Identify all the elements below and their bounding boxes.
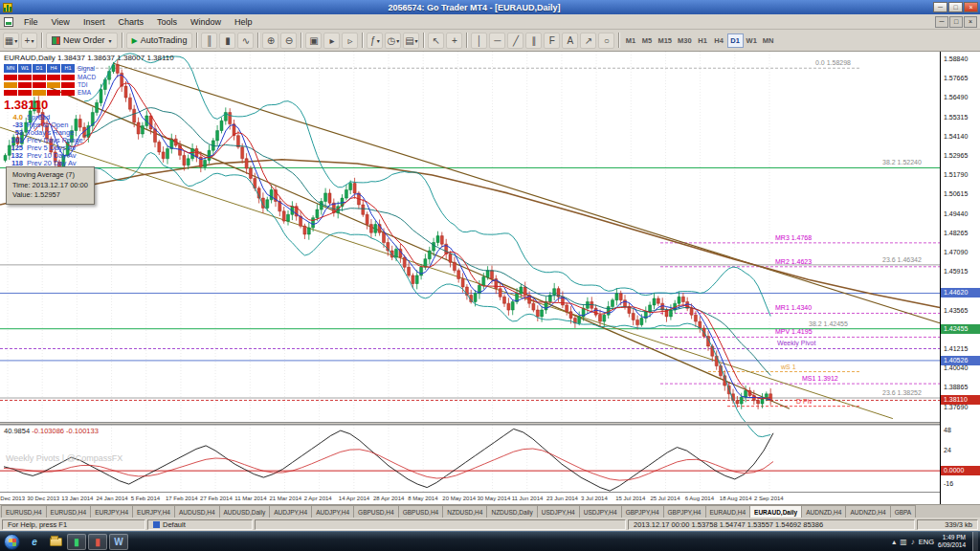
arrow-tool-button[interactable]: ↗ xyxy=(580,33,596,49)
fibonacci-button[interactable]: F xyxy=(544,33,560,49)
maximize-button[interactable]: □ xyxy=(948,2,963,12)
chart-tab-gbpusdh4[interactable]: GBPUSD,H4 xyxy=(353,505,399,518)
timeframe-d1-button[interactable]: D1 xyxy=(727,33,744,48)
dashboard-signal-label: Signal xyxy=(78,65,95,72)
price-axis-label: 1.48265 xyxy=(944,230,968,236)
auto-scroll-button[interactable]: ▸ xyxy=(323,33,340,49)
trendline-button[interactable]: ╱ xyxy=(507,33,523,49)
network-icon[interactable]: ▥ xyxy=(900,538,907,546)
mt4-red-icon[interactable]: ▮ xyxy=(88,534,107,550)
pane-splitter[interactable] xyxy=(0,422,940,425)
date-axis[interactable]: 16 Dec 201330 Dec 201313 Jan 201424 Jan … xyxy=(0,492,940,504)
timeframe-m30-button[interactable]: M30 xyxy=(675,33,695,48)
candle-chart-button[interactable]: ▮ xyxy=(219,33,235,49)
chart-tab-eurjpyh4[interactable]: EURJPY,H4 xyxy=(132,505,175,518)
new-chart-button[interactable]: ▦▾ xyxy=(3,33,19,49)
tray-expand-icon[interactable]: ▴ xyxy=(892,538,896,546)
crosshair-button[interactable]: + xyxy=(446,33,462,49)
chart-tab-gbpjpyh4[interactable]: GBPJPY,H4 xyxy=(663,505,706,518)
volume-icon[interactable]: ♪ xyxy=(911,538,915,546)
clock[interactable]: 1:49 PM 6/09/2014 xyxy=(938,534,969,549)
menu-tools[interactable]: Tools xyxy=(150,16,184,28)
chart-annotation: 23.6 1.38252 xyxy=(882,389,922,396)
menu-view[interactable]: View xyxy=(45,16,77,28)
mdi-restore-button[interactable]: □ xyxy=(949,16,963,28)
mt4-green-icon[interactable]: ▮ xyxy=(67,534,86,550)
new-order-button[interactable]: New Order▾ xyxy=(46,33,118,49)
chart-tab-nzdusdh4[interactable]: NZDUSD,H4 xyxy=(442,505,487,518)
text-tool-button[interactable]: A xyxy=(562,33,578,49)
chart-tab-nzdusddaily[interactable]: NZDUSD,Daily xyxy=(486,505,537,518)
timeframe-mn-button[interactable]: MN xyxy=(760,33,777,48)
timeframe-h4-button[interactable]: H4 xyxy=(711,33,727,48)
menu-window[interactable]: Window xyxy=(184,16,228,28)
menu-help[interactable]: Help xyxy=(228,16,259,28)
channel-button[interactable]: ∥ xyxy=(525,33,542,49)
signal-cell xyxy=(33,82,46,88)
zoom-in-icon: ⊕ xyxy=(267,35,275,46)
show-desktop-button[interactable] xyxy=(972,532,978,551)
menu-file[interactable]: File xyxy=(17,16,45,28)
timeframe-m15-button[interactable]: M15 xyxy=(655,33,675,48)
minimize-button[interactable]: ─ xyxy=(933,2,947,12)
timeframe-m5-button[interactable]: M5 xyxy=(638,33,655,48)
chart-tab-audjpyh4[interactable]: AUDJPY,H4 xyxy=(311,505,354,518)
tooltip-title: Moving Average (7) xyxy=(12,170,88,181)
chart-tab-eurauddaily[interactable]: EURAUD,Daily xyxy=(749,505,802,518)
autotrading-button[interactable]: ▶AutoTrading xyxy=(126,33,193,49)
chart-tab-eurusdh4[interactable]: EURUSD,H4 xyxy=(46,505,92,518)
chart-tab-eurjpyh4[interactable]: EURJPY,H4 xyxy=(90,505,133,518)
chart-tab-audusddaily[interactable]: AUDUSD,Daily xyxy=(219,505,271,518)
language-indicator[interactable]: ENG xyxy=(919,538,934,546)
chart-annotation: MR3 1.4768 xyxy=(775,234,812,241)
menu-insert[interactable]: Insert xyxy=(77,16,112,28)
chevron-down-icon: ▾ xyxy=(396,37,399,44)
status-profile[interactable]: Default xyxy=(147,519,253,530)
price-axis-label: 1.49440 xyxy=(944,210,968,217)
zoom-in-button[interactable]: ⊕ xyxy=(262,33,278,49)
timeframe-h1-button[interactable]: H1 xyxy=(695,33,711,48)
close-button[interactable]: × xyxy=(964,2,978,12)
bar-chart-button[interactable]: ║ xyxy=(201,33,217,49)
internet-explorer-icon[interactable]: e xyxy=(25,534,44,550)
shapes-button[interactable]: ○ xyxy=(598,33,614,49)
indicators-button[interactable]: ƒ▾ xyxy=(367,33,383,49)
chart-tab-gbpusdh4[interactable]: GBPUSD,H4 xyxy=(398,505,444,518)
chart-tab-euraudh4[interactable]: EURAUD,H4 xyxy=(705,505,751,518)
periods-button[interactable]: ◷▾ xyxy=(385,33,401,49)
chart-tab-gbpjpyh4[interactable]: GBPJPY,H4 xyxy=(621,505,664,518)
chart-tab-audnzdh4[interactable]: AUDNZD,H4 xyxy=(801,505,846,518)
cursor-button[interactable]: ↖ xyxy=(428,33,444,49)
chart-tab-audnzdh4[interactable]: AUDNZD,H4 xyxy=(845,505,890,518)
tile-windows-button[interactable]: ▣ xyxy=(305,33,322,49)
shapes-icon: ○ xyxy=(604,35,610,46)
chart-tab-usdjpyh4[interactable]: USDJPY,H4 xyxy=(537,505,580,518)
timeframe-w1-button[interactable]: W1 xyxy=(744,33,760,48)
chart-tab-usdjpyh4[interactable]: USDJPY,H4 xyxy=(579,505,622,518)
price-axis[interactable]: 1.588401.576651.564901.553151.541401.529… xyxy=(940,52,980,504)
chart-shift-button[interactable]: ▹ xyxy=(342,33,358,49)
price-axis-marker: 1.42455 xyxy=(941,324,980,334)
dashboard-row-macd: MACD xyxy=(4,74,128,80)
zoom-out-button[interactable]: ⊖ xyxy=(280,33,297,49)
chart-tab-audusdh4[interactable]: AUDUSD,H4 xyxy=(174,505,220,518)
timeframe-m1-button[interactable]: M1 xyxy=(622,33,638,48)
chart-area[interactable]: EURAUD,Daily 1.38437 1.38637 1.38007 1.3… xyxy=(0,52,980,504)
chart-watermark: Weekly Pivots | @CompassFX xyxy=(6,453,122,463)
mdi-close-button[interactable]: × xyxy=(964,16,977,28)
mdi-minimize-button[interactable]: ─ xyxy=(935,16,948,28)
chart-tab-eurusdh4[interactable]: EURUSD,H4 xyxy=(1,505,47,518)
chart-tab-audjpyh4[interactable]: AUDJPY,H4 xyxy=(269,505,312,518)
vertical-line-button[interactable]: │ xyxy=(471,33,487,49)
chart-window-icon[interactable] xyxy=(4,17,13,27)
menu-charts[interactable]: Charts xyxy=(111,16,150,28)
start-button[interactable] xyxy=(4,534,20,550)
profiles-button[interactable]: +▾ xyxy=(21,33,37,49)
line-chart-button[interactable]: ∿ xyxy=(237,33,254,49)
folder-icon[interactable] xyxy=(46,534,65,550)
word-icon[interactable]: W xyxy=(109,534,128,550)
chart-tab-gbpa[interactable]: GBPA xyxy=(890,505,917,518)
dashboard-row-label: EMA xyxy=(78,89,91,96)
horizontal-line-button[interactable]: ─ xyxy=(489,33,505,49)
templates-button[interactable]: ▤▾ xyxy=(403,33,419,49)
